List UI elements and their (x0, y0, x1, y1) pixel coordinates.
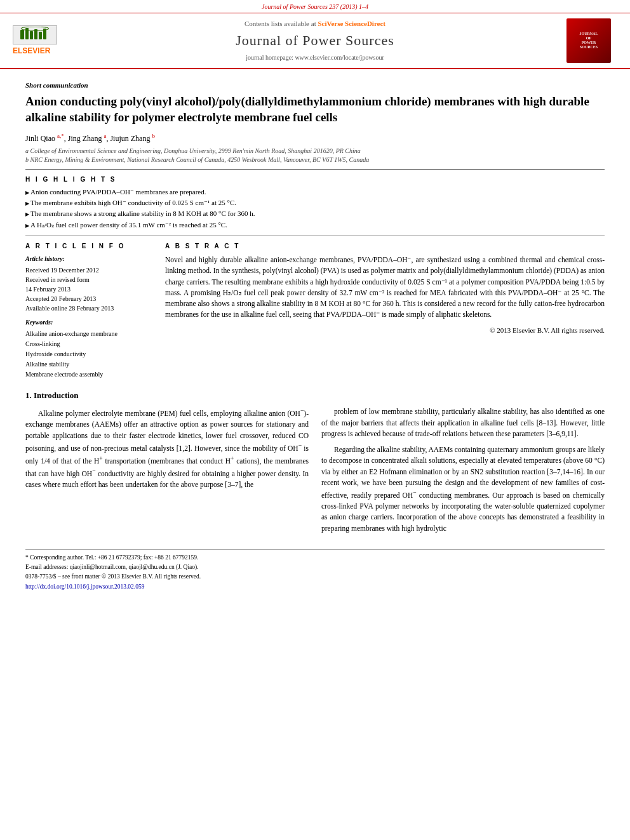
journal-ref: Journal of Power Sources 237 (2013) 1–4 (262, 3, 368, 10)
highlights-list: Anion conducting PVA/PDDA–OH⁻ membranes … (25, 187, 605, 230)
elsevier-brand: ELSEVIER (13, 46, 50, 57)
page: Journal of Power Sources 237 (2013) 1–4 … (0, 0, 630, 840)
divider-top (25, 170, 605, 170)
history-section: Article history: Received 19 December 20… (25, 255, 152, 313)
article-category: Short communication (25, 81, 605, 90)
sciverse-link: Contents lists available at SciVerse Sci… (64, 19, 566, 29)
keyword-2: Cross-linking (25, 339, 152, 349)
divider-highlights (25, 235, 605, 236)
article-info-title: A R T I C L E I N F O (25, 242, 152, 251)
article-info-col: A R T I C L E I N F O Article history: R… (25, 242, 152, 380)
elsevier-tree-logo (13, 25, 57, 44)
journal-header-center: Contents lists available at SciVerse Sci… (64, 19, 566, 62)
svg-rect-2 (30, 31, 33, 39)
affiliations: a College of Environmental Science and E… (25, 147, 605, 164)
highlight-2: The membrane exhibits high OH⁻ conductiv… (25, 198, 605, 208)
affiliation-a: a College of Environmental Science and E… (25, 147, 605, 156)
abstract-title: A B S T R A C T (165, 242, 605, 251)
highlights-section: H I G H L I G H T S Anion conducting PVA… (25, 175, 605, 230)
footer-email: E-mail addresses: qiaojinli@hotmail.com,… (25, 563, 605, 571)
keywords-label: Keywords: (25, 318, 152, 327)
received-date: Received 19 December 2012 Received in re… (25, 265, 152, 313)
article-info-abstract: A R T I C L E I N F O Article history: R… (25, 242, 605, 380)
intro-p3: Regarding the alkaline stability, AAEMs … (321, 444, 605, 534)
intro-p2: problem of low membrane stability, parti… (321, 406, 605, 439)
svg-rect-1 (25, 28, 29, 39)
article-footer: * Corresponding author. Tel.: +86 21 677… (25, 549, 605, 591)
elsevier-logo-block: ELSEVIER (13, 25, 64, 57)
journal-logo-right: JOURNALOFPOWERSOURCES (566, 18, 617, 63)
affiliation-b: b NRC Energy, Mining & Environment, Nati… (25, 156, 605, 164)
intro-col-right: problem of low membrane stability, parti… (321, 406, 605, 539)
keyword-4: Alkaline stability (25, 359, 152, 370)
abstract-text: Novel and highly durable alkaline anion-… (165, 255, 605, 321)
section-1-heading: 1. Introduction (25, 390, 605, 401)
keyword-1: Alkaline anion-exchange membrane (25, 329, 152, 339)
journal-homepage: journal homepage: www.elsevier.com/locat… (64, 53, 566, 62)
sciverse-brand: SciVerse ScienceDirect (318, 20, 385, 27)
intro-columns: Alkaline polymer electrolyte membrane (P… (25, 406, 605, 539)
highlights-title: H I G H L I G H T S (25, 175, 605, 184)
main-content: Short communication Anion conducting pol… (0, 69, 630, 605)
power-sources-logo: JOURNALOFPOWERSOURCES (566, 18, 611, 63)
svg-rect-0 (20, 30, 24, 39)
footer-doi: http://dx.doi.org/10.1016/j.jpowsour.201… (25, 583, 605, 591)
highlight-1: Anion conducting PVA/PDDA–OH⁻ membranes … (25, 187, 605, 197)
journal-title: Journal of Power Sources (64, 31, 566, 51)
doi-link[interactable]: http://dx.doi.org/10.1016/j.jpowsour.201… (25, 583, 144, 590)
journal-topbar: Journal of Power Sources 237 (2013) 1–4 (0, 0, 630, 13)
intro-col-left: Alkaline polymer electrolyte membrane (P… (25, 406, 309, 539)
copyright: © 2013 Elsevier B.V. All rights reserved… (165, 326, 605, 335)
history-label: Article history: (25, 255, 152, 263)
abstract-col: A B S T R A C T Novel and highly durable… (165, 242, 605, 380)
article-title: Anion conducting poly(vinyl alcohol)/pol… (25, 94, 605, 125)
keyword-list: Alkaline anion-exchange membrane Cross-l… (25, 329, 152, 380)
keyword-3: Hydroxide conductivity (25, 349, 152, 359)
keywords-section: Keywords: Alkaline anion-exchange membra… (25, 318, 152, 380)
introduction-section: 1. Introduction Alkaline polymer electro… (25, 390, 605, 539)
highlight-3: The membrane shows a strong alkaline sta… (25, 209, 605, 218)
highlight-4: A H₂/O₂ fuel cell power density of 35.1 … (25, 220, 605, 230)
journal-header: ELSEVIER Contents lists available at Sci… (0, 13, 630, 69)
footer-corresponding: * Corresponding author. Tel.: +86 21 677… (25, 554, 605, 562)
footer-issn: 0378-7753/$ – see front matter © 2013 El… (25, 573, 605, 581)
keyword-5: Membrane electrode assembly (25, 370, 152, 380)
intro-p1: Alkaline polymer electrolyte membrane (P… (25, 406, 309, 490)
authors: Jinli Qiao a,*, Jing Zhang a, Jiujun Zha… (25, 132, 605, 144)
svg-rect-4 (39, 32, 42, 39)
